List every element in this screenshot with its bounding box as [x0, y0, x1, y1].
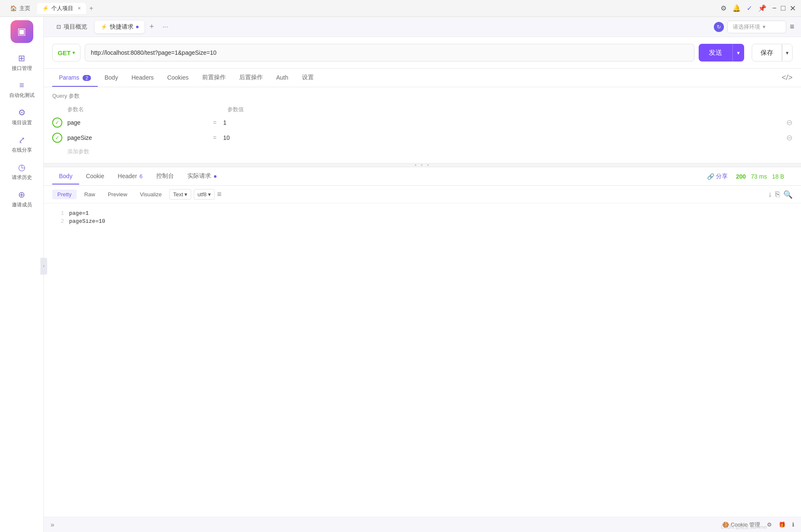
param-name-pagesize[interactable]: pageSize [67, 134, 206, 141]
pretty-label: Pretty [57, 191, 72, 198]
sidebar-item-api-management[interactable]: ⊞ 接口管理 [5, 50, 39, 75]
project-tab-icon: ⚡ [42, 5, 49, 11]
response-tab-actual-request[interactable]: 实际请求 [181, 168, 224, 185]
body-tab-label: Body [104, 74, 118, 81]
fmt-tab-raw[interactable]: Raw [79, 190, 100, 199]
code-view-icon[interactable]: </> [782, 73, 793, 82]
add-tab-btn[interactable]: + [146, 21, 158, 33]
save-dropdown-btn[interactable]: ▾ [782, 44, 793, 61]
code-line-2: 2 pageSize=10 [52, 218, 793, 225]
format-bar: Pretty Raw Preview Visualize Text ▾ utf8… [44, 186, 801, 203]
method-select[interactable]: GET ▾ [52, 44, 80, 61]
sidebar-item-invite-member[interactable]: ⊕ 邀请成员 [5, 186, 39, 212]
project-tab-label: 个人项目 [51, 5, 73, 12]
send-dropdown-btn[interactable]: ▾ [732, 44, 744, 61]
titlebar: 🏠 主页 ⚡ 个人项目 ✕ + ⚙ 🔔 ✓ 📌 − □ ✕ [0, 0, 801, 17]
param-name-page[interactable]: page [67, 119, 206, 126]
quick-request-label: 快捷请求 [110, 23, 134, 31]
remove-param-pagesize-icon[interactable]: ⊖ [786, 133, 793, 142]
text-format-chevron-icon: ▾ [184, 191, 187, 198]
bottom-settings-icon[interactable]: ⚙ [767, 521, 772, 528]
project-tab[interactable]: ⚡ 个人项目 ✕ [37, 3, 86, 14]
preview-label: Preview [108, 191, 127, 198]
request-history-icon: ◷ [18, 162, 25, 172]
notification-icon[interactable]: 🔔 [732, 4, 741, 12]
close-tab-icon[interactable]: ✕ [77, 6, 81, 11]
remove-param-page-icon[interactable]: ⊖ [786, 118, 793, 127]
project-overview-tab[interactable]: ⊡ 项目概览 [51, 21, 93, 33]
tab-headers[interactable]: Headers [125, 69, 160, 87]
settings-icon[interactable]: ⚙ [721, 4, 726, 12]
param-check-pagesize[interactable]: ✓ [52, 133, 62, 143]
actual-request-label: 实际请求 [187, 172, 211, 179]
hamburger-menu-icon[interactable]: ≡ [790, 22, 794, 31]
sidebar-item-project-settings[interactable]: ⚙ 项目设置 [5, 104, 39, 130]
param-check-page[interactable]: ✓ [52, 118, 62, 128]
sidebar-item-online-share[interactable]: ⤤ 在线分享 [5, 131, 39, 157]
bottom-info-icon[interactable]: ℹ [792, 521, 794, 528]
sidebar-item-request-history[interactable]: ◷ 请求历史 [5, 159, 39, 184]
titlebar-tabs: 🏠 主页 ⚡ 个人项目 ✕ + [5, 3, 721, 14]
wrap-toggle-icon[interactable]: ≡ [217, 190, 222, 199]
chevron-left-icon: ‹ [43, 264, 44, 268]
add-tab-icon[interactable]: + [89, 5, 93, 12]
check-icon[interactable]: ✓ [747, 4, 752, 12]
fmt-tab-visualize[interactable]: Visualize [135, 190, 167, 199]
tab-body[interactable]: Body [98, 69, 125, 87]
tab-pre-action[interactable]: 前置操作 [195, 69, 232, 87]
project-overview-label: 项目概览 [64, 23, 87, 31]
line-number-1: 1 [52, 210, 64, 217]
params-table: 参数名 参数值 ✓ page = 1 ⊖ ✓ pageSize = 10 [52, 104, 793, 158]
share-button[interactable]: 🔗 分享 [707, 173, 728, 180]
tab-post-action[interactable]: 后置操作 [232, 69, 270, 87]
collapse-sidebar-btn[interactable]: ‹ [40, 258, 47, 275]
quick-request-tab[interactable]: ⚡ 快捷请求 [95, 21, 144, 33]
home-tab[interactable]: 🏠 主页 [5, 3, 35, 14]
pin-icon[interactable]: 📌 [758, 4, 766, 12]
response-header-label: Header [118, 173, 137, 179]
save-button[interactable]: 保存 [752, 44, 782, 61]
more-tabs-btn[interactable]: ··· [159, 21, 171, 32]
close-btn[interactable]: ✕ [790, 4, 796, 13]
env-refresh-icon[interactable]: ↻ [714, 22, 724, 32]
invite-member-label: 邀请成员 [12, 201, 32, 209]
param-value-pagesize[interactable]: 10 [223, 134, 786, 141]
tab-auth[interactable]: Auth [270, 69, 295, 87]
send-button[interactable]: 发送 [699, 44, 732, 61]
download-icon[interactable]: ↓ [768, 190, 772, 199]
response-body-label: Body [59, 173, 72, 179]
live-dot-icon [214, 175, 216, 178]
console-label: 控制台 [156, 172, 174, 179]
overview-icon: ⊡ [56, 24, 61, 30]
url-input[interactable] [85, 44, 694, 61]
auto-test-label: 自动化测试 [9, 92, 35, 99]
env-chevron-icon: ▾ [763, 24, 766, 30]
status-code: 200 [736, 173, 746, 180]
minimize-btn[interactable]: − [772, 4, 777, 13]
expand-icon[interactable]: » [51, 521, 54, 529]
tab-params[interactable]: Params 2 [52, 69, 98, 87]
response-size: 18 B [772, 173, 784, 180]
add-param-btn[interactable]: 添加参数 [67, 145, 793, 158]
encoding-select[interactable]: utf8 ▾ [194, 189, 215, 200]
text-format-select[interactable]: Text ▾ [169, 189, 191, 200]
bottom-gift-icon[interactable]: 🎁 [779, 521, 785, 528]
env-select[interactable]: 请选择环境 ▾ [727, 21, 786, 33]
response-tab-header[interactable]: Header 6 [111, 168, 150, 184]
response-tab-cookie[interactable]: Cookie [79, 168, 111, 184]
line-content-2: pageSize=10 [69, 218, 105, 225]
response-tab-console[interactable]: 控制台 [150, 168, 181, 185]
tab-cookies[interactable]: Cookies [160, 69, 195, 87]
response-tab-body[interactable]: Body [52, 168, 79, 184]
tab-settings[interactable]: 设置 [295, 69, 320, 87]
response-tabs-bar: Body Cookie Header 6 控制台 实际请求 🔗 分享 [44, 167, 801, 186]
resize-handle[interactable]: • • • [44, 163, 801, 167]
param-value-page[interactable]: 1 [223, 119, 786, 126]
copy-icon[interactable]: ⎘ [775, 190, 780, 199]
fmt-tab-preview[interactable]: Preview [103, 190, 132, 199]
search-icon[interactable]: 🔍 [783, 190, 793, 199]
fmt-tab-pretty[interactable]: Pretty [52, 190, 77, 199]
headers-tab-label: Headers [131, 74, 154, 81]
sidebar-item-auto-test[interactable]: ≡ 自动化测试 [5, 77, 39, 102]
maximize-btn[interactable]: □ [781, 4, 785, 13]
